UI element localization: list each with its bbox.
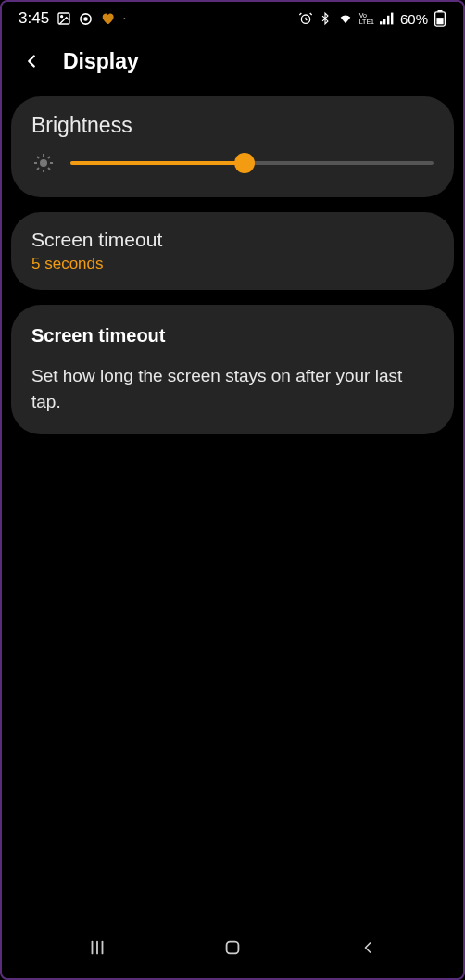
brightness-slider[interactable]: [70, 161, 434, 165]
svg-point-12: [40, 159, 47, 167]
bluetooth-icon: [319, 11, 332, 26]
battery-percent: 60%: [400, 11, 428, 27]
wifi-icon: [337, 11, 354, 26]
brightness-slider-thumb[interactable]: [234, 153, 255, 173]
svg-rect-5: [380, 21, 382, 24]
status-time: 3:45: [19, 9, 49, 28]
image-icon: [57, 11, 71, 26]
svg-line-20: [48, 157, 50, 158]
screen-timeout-value: 5 seconds: [31, 255, 434, 273]
status-bar: 3:45 · VoLTE1 60%: [2, 2, 463, 31]
brightness-card: Brightness: [11, 96, 454, 197]
circle-icon: [79, 12, 93, 26]
svg-rect-8: [391, 13, 393, 25]
tooltip-title: Screen timeout: [31, 325, 434, 346]
navigation-bar: [2, 924, 463, 978]
screen-timeout-label: Screen timeout: [31, 229, 434, 251]
volte-icon: VoLTE1: [359, 12, 374, 25]
svg-rect-7: [387, 16, 389, 25]
screen-timeout-item[interactable]: Screen timeout 5 seconds: [11, 212, 454, 290]
recents-button[interactable]: [65, 929, 130, 966]
signal-icon: [380, 12, 395, 25]
tooltip-description: Set how long the screen stays on after y…: [31, 363, 434, 414]
svg-point-1: [61, 16, 63, 18]
page-title: Display: [63, 49, 139, 74]
screen-timeout-tooltip: Screen timeout Set how long the screen s…: [11, 305, 454, 434]
svg-rect-6: [383, 19, 385, 24]
svg-line-18: [48, 168, 50, 170]
svg-line-19: [37, 168, 39, 170]
dot-icon: ·: [122, 9, 127, 28]
brightness-title: Brightness: [31, 113, 434, 138]
svg-point-3: [84, 17, 87, 19]
brightness-icon: [31, 151, 56, 175]
svg-rect-11: [436, 18, 443, 24]
home-button[interactable]: [200, 929, 265, 966]
heart-icon: [100, 11, 115, 26]
nav-back-button[interactable]: [335, 929, 400, 966]
alarm-icon: [298, 11, 313, 26]
back-button[interactable]: [19, 48, 44, 74]
svg-rect-24: [227, 942, 239, 954]
battery-icon: [434, 10, 446, 27]
header: Display: [2, 31, 463, 96]
svg-rect-10: [437, 10, 442, 12]
svg-line-17: [37, 157, 39, 158]
